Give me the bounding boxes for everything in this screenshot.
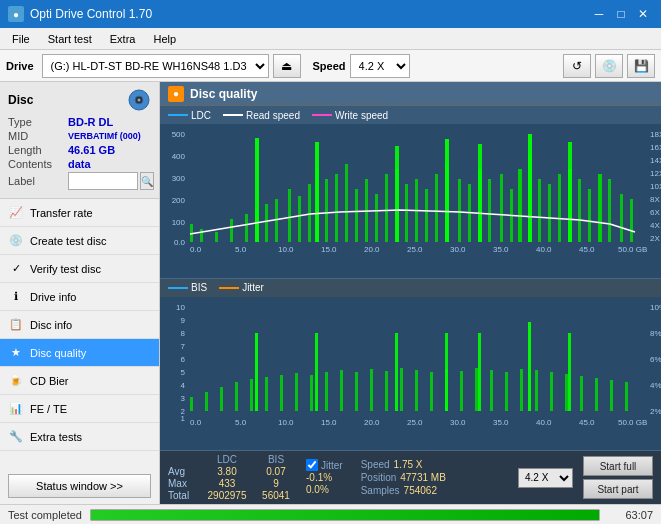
svg-rect-137 bbox=[610, 380, 613, 411]
menu-start-test[interactable]: Start test bbox=[40, 28, 100, 50]
refresh-button[interactable]: ↺ bbox=[563, 54, 591, 78]
svg-text:8: 8 bbox=[181, 329, 186, 338]
sidebar: Disc Type BD-R DL MID VERBATIMf (000) Le… bbox=[0, 82, 160, 504]
svg-text:4X: 4X bbox=[650, 221, 660, 230]
svg-text:6: 6 bbox=[181, 355, 186, 364]
svg-text:9: 9 bbox=[181, 316, 186, 325]
svg-text:50.0 GB: 50.0 GB bbox=[618, 245, 647, 254]
eject-button[interactable]: ⏏ bbox=[273, 54, 301, 78]
legend-write-speed-color bbox=[312, 114, 332, 116]
speed-select-stats[interactable]: 4.2 X bbox=[518, 468, 573, 488]
speed-value: 1.75 X bbox=[394, 459, 423, 470]
svg-text:40.0: 40.0 bbox=[536, 245, 552, 254]
svg-rect-113 bbox=[250, 379, 253, 411]
sidebar-item-create-test-disc[interactable]: 💿 Create test disc bbox=[0, 227, 159, 255]
stats-avg-jitter: -0.1% bbox=[306, 472, 343, 483]
svg-rect-36 bbox=[325, 179, 328, 242]
jitter-checkbox-row[interactable]: Jitter bbox=[306, 459, 343, 471]
svg-text:300: 300 bbox=[172, 174, 186, 183]
title-bar: ● Opti Drive Control 1.70 ─ □ ✕ bbox=[0, 0, 661, 28]
stats-total-ldc: 2902975 bbox=[202, 490, 252, 501]
stats-bar: LDC BIS Avg 3.80 0.07 Max 433 9 Total 29… bbox=[160, 450, 661, 504]
svg-rect-42 bbox=[385, 174, 388, 242]
svg-text:14X: 14X bbox=[650, 156, 661, 165]
sidebar-item-fe-te-label: FE / TE bbox=[30, 403, 67, 415]
disc-icon bbox=[127, 88, 151, 112]
svg-rect-57 bbox=[538, 179, 541, 242]
svg-rect-128 bbox=[475, 368, 478, 411]
maximize-button[interactable]: □ bbox=[611, 4, 631, 24]
svg-rect-55 bbox=[518, 169, 522, 242]
speed-select[interactable]: 4.2 X bbox=[350, 54, 410, 78]
top-chart: 500 400 300 200 100 0.0 18X 16X 14X 12X … bbox=[160, 124, 661, 279]
drive-select[interactable]: (G:) HL-DT-ST BD-RE WH16NS48 1.D3 bbox=[42, 54, 269, 78]
sidebar-item-drive-info[interactable]: ℹ Drive info bbox=[0, 283, 159, 311]
sidebar-item-disc-info[interactable]: 📋 Disc info bbox=[0, 311, 159, 339]
minimize-button[interactable]: ─ bbox=[589, 4, 609, 24]
sidebar-item-fe-te[interactable]: 📊 FE / TE bbox=[0, 395, 159, 423]
legend-read-speed-label: Read speed bbox=[246, 110, 300, 121]
sidebar-item-disc-quality[interactable]: ★ Disc quality bbox=[0, 339, 159, 367]
save-button[interactable]: 💾 bbox=[627, 54, 655, 78]
menu-extra[interactable]: Extra bbox=[102, 28, 144, 50]
svg-rect-145 bbox=[568, 333, 571, 411]
action-buttons: Start full Start part bbox=[583, 456, 653, 499]
disc-quality-header-icon: ● bbox=[168, 86, 184, 102]
svg-rect-65 bbox=[620, 194, 623, 242]
drive-toolbar: Drive (G:) HL-DT-ST BD-RE WH16NS48 1.D3 … bbox=[0, 50, 661, 82]
svg-text:30.0: 30.0 bbox=[450, 418, 466, 427]
disc-contents-row: Contents data bbox=[8, 158, 151, 170]
disc-length-row: Length 46.61 GB bbox=[8, 144, 151, 156]
svg-text:10: 10 bbox=[176, 303, 185, 312]
menu-file[interactable]: File bbox=[4, 28, 38, 50]
svg-rect-34 bbox=[308, 184, 311, 242]
speed-row: Speed 1.75 X bbox=[361, 459, 446, 470]
svg-rect-110 bbox=[205, 392, 208, 411]
svg-text:45.0: 45.0 bbox=[579, 418, 595, 427]
create-test-disc-icon: 💿 bbox=[8, 233, 24, 249]
svg-rect-69 bbox=[395, 146, 399, 242]
status-window-button[interactable]: Status window >> bbox=[8, 474, 151, 498]
start-part-button[interactable]: Start part bbox=[583, 479, 653, 499]
disc-mid-label: MID bbox=[8, 130, 68, 142]
extra-tests-icon: 🔧 bbox=[8, 429, 24, 445]
sidebar-item-transfer-rate[interactable]: 📈 Transfer rate bbox=[0, 199, 159, 227]
disc-label-input[interactable] bbox=[68, 172, 138, 190]
svg-text:50.0 GB: 50.0 GB bbox=[618, 418, 647, 427]
sidebar-item-transfer-rate-label: Transfer rate bbox=[30, 207, 93, 219]
disc-label-label: Label bbox=[8, 175, 68, 187]
legend-jitter-color bbox=[219, 287, 239, 289]
jitter-checkbox[interactable] bbox=[306, 459, 318, 471]
svg-rect-131 bbox=[520, 369, 523, 411]
svg-rect-59 bbox=[558, 174, 561, 242]
svg-text:6%: 6% bbox=[650, 355, 661, 364]
app-icon: ● bbox=[8, 6, 24, 22]
svg-rect-125 bbox=[430, 372, 433, 411]
svg-text:1: 1 bbox=[181, 414, 186, 423]
sidebar-item-cd-bier[interactable]: 🍺 CD Bier bbox=[0, 367, 159, 395]
title-bar-left: ● Opti Drive Control 1.70 bbox=[8, 6, 152, 22]
svg-rect-52 bbox=[488, 179, 491, 242]
legend-jitter: Jitter bbox=[219, 282, 264, 293]
svg-text:0.0: 0.0 bbox=[190, 418, 202, 427]
legend-write-speed: Write speed bbox=[312, 110, 388, 121]
disc-header: Disc bbox=[8, 88, 151, 112]
svg-text:2%: 2% bbox=[650, 407, 661, 416]
svg-text:0.0: 0.0 bbox=[190, 245, 202, 254]
stats-bis-header: BIS bbox=[256, 454, 296, 465]
disc-label-button[interactable]: 🔍 bbox=[140, 172, 154, 190]
svg-rect-27 bbox=[230, 219, 233, 242]
menu-help[interactable]: Help bbox=[145, 28, 184, 50]
start-full-button[interactable]: Start full bbox=[583, 456, 653, 476]
speed-label: Speed bbox=[313, 60, 346, 72]
close-button[interactable]: ✕ bbox=[633, 4, 653, 24]
svg-rect-64 bbox=[608, 179, 611, 242]
svg-point-2 bbox=[138, 99, 141, 102]
sidebar-item-extra-tests[interactable]: 🔧 Extra tests bbox=[0, 423, 159, 451]
stats-col-headers: LDC BIS Avg 3.80 0.07 Max 433 9 Total 29… bbox=[168, 454, 296, 501]
svg-rect-116 bbox=[295, 373, 298, 411]
sidebar-item-verify-test-disc[interactable]: ✓ Verify test disc bbox=[0, 255, 159, 283]
svg-rect-33 bbox=[298, 196, 301, 242]
disc-button[interactable]: 💿 bbox=[595, 54, 623, 78]
disc-type-value: BD-R DL bbox=[68, 116, 113, 128]
